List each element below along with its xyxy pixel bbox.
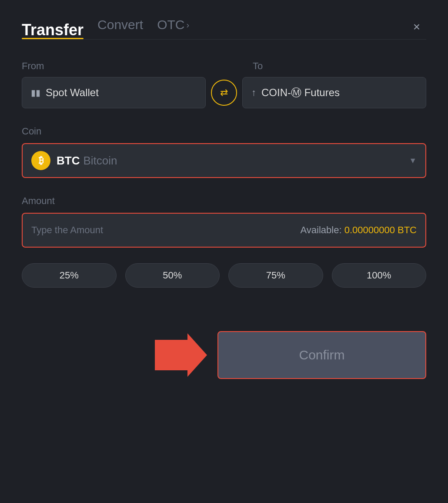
pct-100-button[interactable]: 100% — [332, 263, 427, 288]
pct-25-button[interactable]: 25% — [22, 263, 117, 288]
wallet-labels: From To — [22, 60, 426, 72]
btc-icon: ₿ — [31, 151, 50, 170]
available-value: 0.00000000 BTC — [344, 225, 417, 235]
percentage-row: 25% 50% 75% 100% — [22, 263, 426, 288]
tab-transfer[interactable]: Transfer — [22, 21, 84, 39]
transfer-modal: Transfer Convert OTC › × From To ▮▮ Spot… — [0, 0, 448, 503]
from-label: From — [22, 60, 195, 72]
available-info: Available: 0.00000000 BTC — [301, 225, 417, 236]
from-wallet-selector[interactable]: ▮▮ Spot Wallet — [22, 77, 206, 108]
amount-placeholder: Type the Amount — [31, 225, 301, 236]
tab-convert[interactable]: Convert — [97, 17, 143, 39]
close-button[interactable]: × — [407, 17, 426, 37]
from-wallet-label: Spot Wallet — [46, 87, 99, 99]
swap-icon: ⇄ — [220, 87, 228, 98]
wallet-selector-row: ▮▮ Spot Wallet ⇄ ↑ COIN-Ⓜ Futures — [22, 77, 426, 108]
coin-label: Coin — [22, 126, 426, 137]
svg-marker-0 — [155, 333, 207, 377]
swap-button[interactable]: ⇄ — [211, 80, 237, 106]
arrow-indicator — [22, 333, 217, 377]
coin-ticker: BTC — [57, 154, 80, 168]
coin-name: Bitcoin — [83, 154, 117, 168]
form-section: From To ▮▮ Spot Wallet ⇄ ↑ COIN-Ⓜ Future… — [22, 60, 426, 314]
to-wallet-selector[interactable]: ↑ COIN-Ⓜ Futures — [242, 77, 426, 108]
confirm-section: Confirm — [22, 331, 426, 379]
to-wallet-label: COIN-Ⓜ Futures — [261, 86, 340, 100]
amount-label: Amount — [22, 195, 426, 207]
futures-icon: ↑ — [251, 87, 256, 98]
pct-75-button[interactable]: 75% — [228, 263, 323, 288]
wallet-icon: ▮▮ — [31, 87, 40, 98]
confirm-button[interactable]: Confirm — [217, 331, 426, 379]
tab-group: Transfer Convert OTC › — [22, 17, 426, 39]
to-label: To — [253, 60, 426, 72]
modal-header: Transfer Convert OTC › × — [22, 17, 426, 39]
amount-input-box[interactable]: Type the Amount Available: 0.00000000 BT… — [22, 213, 426, 248]
arrow-icon — [155, 333, 207, 377]
chevron-down-icon: ▼ — [409, 156, 417, 165]
pct-50-button[interactable]: 50% — [125, 263, 220, 288]
coin-selector[interactable]: ₿ BTC Bitcoin ▼ — [22, 143, 426, 178]
tab-otc[interactable]: OTC › — [157, 17, 189, 39]
